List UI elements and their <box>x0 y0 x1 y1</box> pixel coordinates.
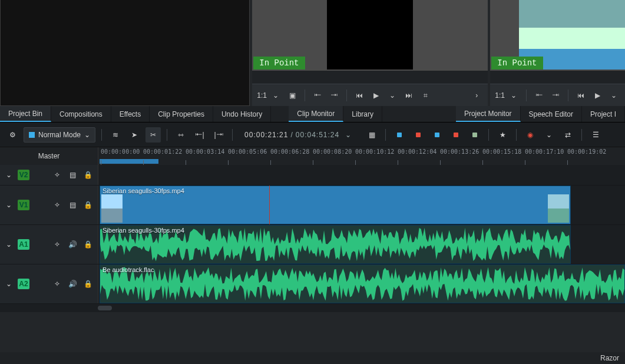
effects-icon[interactable]: ✧ <box>52 200 62 210</box>
tab-undo-history[interactable]: Undo History <box>213 106 271 122</box>
track-badge[interactable]: V2 <box>18 170 29 180</box>
track-badge[interactable]: A2 <box>18 279 29 289</box>
set-out-icon[interactable]: ⭲ <box>549 89 562 102</box>
clip-label: Siberian seagulls-30fps.mp4 <box>102 187 184 194</box>
ruler-label: 00:00:00:00 <box>101 148 140 155</box>
chevron-down-icon[interactable]: ⌄ <box>386 89 399 102</box>
track-badge[interactable]: V1 <box>18 200 29 210</box>
collapse-chevron-icon[interactable]: ⌄ <box>5 201 13 209</box>
list-icon[interactable]: ☰ <box>588 127 603 143</box>
audio-clip[interactable]: Be audiotrack.flac <box>100 264 625 303</box>
play-icon[interactable]: ▶ <box>369 89 382 102</box>
chevron-down-icon[interactable]: ⌄ <box>541 127 557 143</box>
tab-project-monitor[interactable]: Project Monitor <box>456 106 521 122</box>
track-lane[interactable] <box>98 165 625 185</box>
chevron-down-icon[interactable]: ⌄ <box>342 128 355 141</box>
ruler-label: 00:00:12:04 <box>398 148 436 155</box>
tab-clip-monitor[interactable]: Clip Monitor <box>289 106 343 122</box>
rewind-icon[interactable]: ⏮ <box>574 89 587 102</box>
tab-project-bin[interactable]: Project Bin <box>0 106 51 122</box>
full-preview-icon[interactable]: ▣ <box>286 89 299 102</box>
rewind-icon[interactable]: ⏮ <box>353 89 366 102</box>
clip-thumbnail <box>101 194 123 223</box>
zone-indicator[interactable] <box>100 159 158 164</box>
video-clip[interactable]: Siberian seagulls-30fps.mp4 <box>100 186 571 224</box>
shuffle-icon[interactable]: ⇄ <box>560 127 576 143</box>
tab-project-i[interactable]: Project I <box>582 106 625 122</box>
lock-icon[interactable]: 🔒 <box>82 200 93 210</box>
set-in-icon[interactable]: ⭰ <box>533 89 545 102</box>
tab-library[interactable]: Library <box>343 106 382 122</box>
chevron-down-icon[interactable]: ⌄ <box>269 89 282 102</box>
chevron-down-icon[interactable]: ⌄ <box>507 89 520 102</box>
timecode-display[interactable]: 00:00:21:21 / 00:04:51:24 ⌄ <box>244 128 355 141</box>
mute-icon[interactable]: 🔊 <box>67 239 78 250</box>
clip-monitor-ruler[interactable] <box>252 71 488 84</box>
zone-out-icon[interactable]: |⭲ <box>211 127 226 143</box>
tab-clip-properties[interactable]: Clip Properties <box>150 106 213 122</box>
visibility-icon[interactable]: ▤ <box>67 170 78 180</box>
lock-icon[interactable]: 🔒 <box>82 239 93 250</box>
edit-mode-dropdown[interactable]: Normal Mode ⌄ <box>24 127 95 143</box>
record-icon[interactable]: ◉ <box>523 127 538 143</box>
track-lane[interactable]: Be audiotrack.flac <box>98 264 625 303</box>
clip-label: Be audiotrack.flac <box>102 266 154 273</box>
track-badge[interactable]: A1 <box>18 239 29 250</box>
chevron-down-icon[interactable]: ⌄ <box>607 89 620 102</box>
clip-monitor-video[interactable] <box>327 0 413 70</box>
in-point-badge: In Point <box>491 57 543 70</box>
ruler-label: 00:00:15:18 <box>482 148 521 155</box>
timeline-scrollbar[interactable] <box>0 304 625 312</box>
lock-icon[interactable]: 🔒 <box>82 279 93 289</box>
spacer-tool-icon[interactable]: ⇿ <box>173 127 189 143</box>
marker-icon[interactable] <box>411 127 426 143</box>
track-v1: ⌄ V1 ✧ ▤ 🔒 Siberian seagulls-30fps.mp4 <box>0 186 625 225</box>
text-cursor-icon <box>269 186 270 224</box>
crop-icon[interactable]: ⌗ <box>419 89 432 102</box>
ruler-label: 00:00:10:12 <box>355 148 394 155</box>
set-in-icon[interactable]: ⭰ <box>311 89 324 102</box>
effects-icon[interactable]: ✧ <box>52 239 62 250</box>
zoom-ratio[interactable]: 1:1⌄ <box>257 89 282 102</box>
collapse-chevron-icon[interactable]: ⌄ <box>5 280 13 288</box>
set-out-icon[interactable]: ⭲ <box>328 89 340 102</box>
settings-icon[interactable]: ⚙ <box>5 127 20 143</box>
lock-icon[interactable]: 🔒 <box>82 170 93 180</box>
ruler-label: 00:00:17:10 <box>525 148 564 155</box>
effects-icon[interactable]: ✧ <box>52 170 62 180</box>
marker-icon[interactable] <box>467 127 482 143</box>
favorite-icon[interactable]: ★ <box>495 127 510 143</box>
visibility-icon[interactable]: ▤ <box>67 200 78 210</box>
collapse-chevron-icon[interactable]: ⌄ <box>5 240 13 249</box>
play-icon[interactable]: ▶ <box>591 89 604 102</box>
current-tool-label: Razor <box>600 354 619 362</box>
timeline-ruler[interactable]: 00:00:00:0000:00:01:2200:00:03:1400:00:0… <box>98 147 625 165</box>
project-monitor-ruler[interactable] <box>490 71 625 84</box>
tab-compositions[interactable]: Compositions <box>51 106 111 122</box>
ruler-label: 00:00:13:26 <box>440 148 479 155</box>
marker-icon[interactable] <box>429 127 445 143</box>
tab-effects[interactable]: Effects <box>111 106 150 122</box>
in-point-badge: In Point <box>253 57 305 70</box>
marker-icon[interactable] <box>448 127 464 143</box>
track-lane[interactable]: Siberian seagulls-30fps.mp4 <box>98 186 625 224</box>
track-a1: ⌄ A1 ✧ 🔊 🔒 Siberian seagulls-30fps.mp4 <box>0 225 625 264</box>
forward-icon[interactable]: ⏭ <box>402 89 415 102</box>
razor-tool-icon[interactable]: ✂ <box>145 127 161 143</box>
ruler-label: 00:00:06:28 <box>270 148 309 155</box>
chevron-right-icon[interactable]: › <box>470 89 483 102</box>
waveform-icon <box>100 265 624 303</box>
status-bar: Razor <box>0 352 625 364</box>
pointer-tool-icon[interactable]: ➤ <box>127 127 142 143</box>
zoom-ratio[interactable]: 1:1⌄ <box>495 89 520 102</box>
effects-icon[interactable]: ✧ <box>52 279 62 289</box>
track-compositing-icon[interactable]: ≋ <box>108 127 123 143</box>
marker-icon[interactable] <box>392 127 407 143</box>
collapse-chevron-icon[interactable]: ⌄ <box>5 171 13 179</box>
zone-in-icon[interactable]: ⭰| <box>192 127 207 143</box>
audio-clip[interactable]: Siberian seagulls-30fps.mp4 <box>100 225 571 264</box>
tab-speech-editor[interactable]: Speech Editor <box>521 106 582 122</box>
grid-icon[interactable]: ▦ <box>364 127 379 143</box>
track-lane[interactable]: Siberian seagulls-30fps.mp4 <box>98 225 625 264</box>
mute-icon[interactable]: 🔊 <box>67 279 78 289</box>
